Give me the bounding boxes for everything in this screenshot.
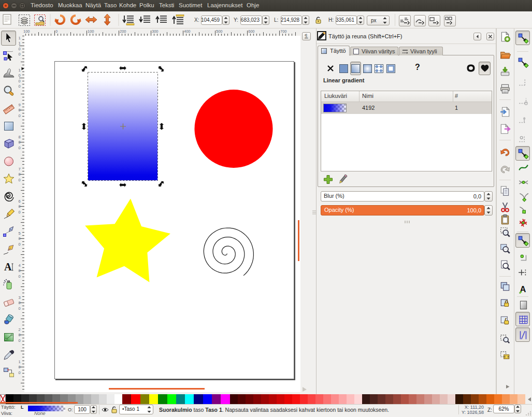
svg-text:1: 1 [305, 33, 308, 39]
svg-text:A: A [4, 261, 12, 272]
